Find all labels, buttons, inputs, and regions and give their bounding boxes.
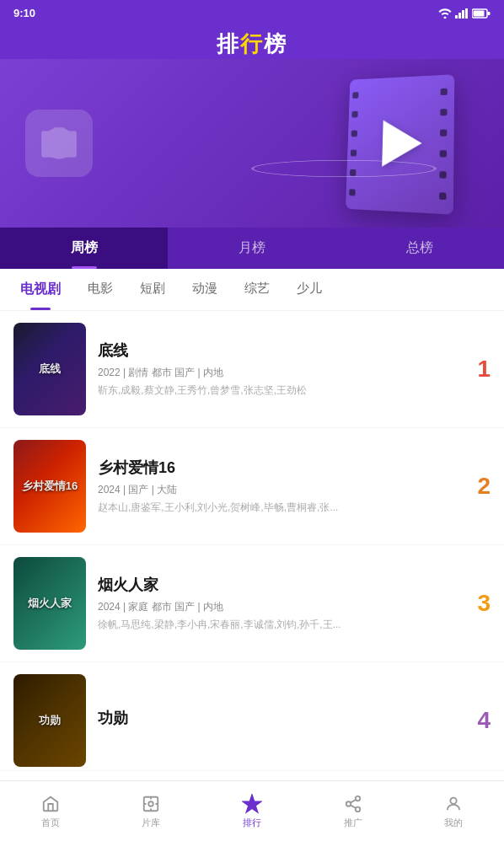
list-item[interactable]: 底线 底线 2022 | 剧情 都市 国产 | 内地 靳东,成毅,蔡文静,王秀竹… [0, 311, 504, 428]
svg-point-10 [346, 801, 351, 806]
svg-point-12 [451, 797, 457, 803]
poster-3-label: 烟火人家 [24, 592, 75, 614]
content-list: 底线 底线 2022 | 剧情 都市 国产 | 内地 靳东,成毅,蔡文静,王秀竹… [0, 311, 504, 838]
item-2-title: 乡村爱情16 [98, 458, 455, 478]
item-3-cast: 徐帆,马思纯,梁静,李小冉,宋春丽,李诚儒,刘钧,孙千,王... [98, 618, 455, 632]
svg-rect-0 [455, 15, 458, 19]
header: 排行榜 [0, 23, 504, 59]
item-2-rank: 2 [467, 473, 491, 500]
poster-4-label: 功勋 [35, 710, 64, 731]
item-3-info: 烟火人家 2024 | 家庭 都市 国产 | 内地 徐帆,马思纯,梁静,李小冉,… [98, 575, 455, 632]
tab-weekly[interactable]: 周榜 [0, 228, 168, 269]
item-1-info: 底线 2022 | 剧情 都市 国产 | 内地 靳东,成毅,蔡文静,王秀竹,曾梦… [98, 340, 455, 398]
camera-svg [38, 122, 80, 164]
item-1-meta: 2022 | 剧情 都市 国产 | 内地 [98, 366, 455, 380]
poster-2: 乡村爱情16 [13, 440, 86, 533]
page-title: 排行榜 [0, 29, 504, 59]
list-item[interactable]: 乡村爱情16 乡村爱情16 2024 | 国产 | 大陆 赵本山,唐鉴军,王小利… [0, 428, 504, 545]
poster-3: 烟火人家 [13, 557, 86, 650]
nav-promote[interactable]: 推广 [303, 787, 404, 836]
status-time: 9:10 [13, 7, 35, 19]
svg-point-11 [355, 806, 360, 812]
poster-1-label: 底线 [35, 358, 64, 380]
category-tabs: 电视剧 电影 短剧 动漫 综艺 少儿 [0, 269, 504, 311]
orbit-ring [251, 160, 437, 178]
list-item[interactable]: 功勋 功勋 4 [0, 662, 504, 771]
svg-rect-1 [458, 13, 461, 19]
bottom-nav: 首页 片库 排行 推广 [0, 780, 504, 841]
poster-2-label: 乡村爱情16 [19, 475, 81, 497]
svg-rect-5 [474, 10, 485, 16]
list-item[interactable]: 烟火人家 烟火人家 2024 | 家庭 都市 国产 | 内地 徐帆,马思纯,梁静… [0, 545, 504, 662]
item-2-cast: 赵本山,唐鉴军,王小利,刘小光,贺树峰,毕畅,曹桐睿,张... [98, 501, 455, 515]
nav-mine[interactable]: 我的 [403, 787, 504, 836]
category-kids[interactable]: 少儿 [283, 269, 335, 310]
nav-promote-label: 推广 [344, 817, 362, 829]
category-tv[interactable]: 电视剧 [7, 269, 74, 310]
svg-rect-3 [465, 8, 468, 19]
nav-home-label: 首页 [41, 817, 60, 829]
promote-icon [343, 794, 363, 814]
nav-library-label: 片库 [142, 817, 160, 829]
signal-icon [455, 8, 469, 19]
home-icon [40, 794, 61, 814]
battery-icon [472, 8, 491, 19]
svg-point-8 [149, 801, 154, 806]
tab-total[interactable]: 总榜 [336, 228, 504, 269]
tab-monthly[interactable]: 月榜 [168, 228, 335, 269]
nav-ranking-label: 排行 [243, 817, 261, 829]
hero-camera-icon [25, 110, 93, 177]
svg-rect-2 [462, 10, 464, 19]
item-3-meta: 2024 | 家庭 都市 国产 | 内地 [98, 600, 455, 614]
nav-ranking[interactable]: 排行 [201, 787, 303, 836]
nav-library[interactable]: 片库 [101, 787, 202, 836]
item-2-meta: 2024 | 国产 | 大陆 [98, 483, 455, 497]
poster-4: 功勋 [13, 674, 86, 767]
wifi-icon [438, 8, 452, 19]
hero-film-strip [344, 76, 453, 211]
status-icons [438, 8, 491, 19]
category-short[interactable]: 短剧 [126, 269, 179, 310]
film-holes-left [349, 79, 362, 210]
nav-mine-label: 我的 [444, 817, 463, 829]
ranking-tabs: 周榜 月榜 总榜 [0, 228, 504, 269]
item-4-title: 功勋 [98, 708, 455, 728]
svg-point-9 [355, 795, 360, 801]
item-4-rank: 4 [467, 707, 491, 734]
item-1-cast: 靳东,成毅,蔡文静,王秀竹,曾梦雪,张志坚,王劲松 [98, 383, 455, 398]
library-icon [141, 794, 161, 814]
mine-icon [443, 794, 464, 814]
item-1-rank: 1 [467, 356, 491, 383]
item-3-rank: 3 [467, 590, 491, 617]
svg-rect-6 [488, 12, 491, 15]
ranking-icon [242, 794, 262, 814]
poster-1: 底线 [13, 323, 86, 415]
item-4-info: 功勋 [98, 708, 455, 733]
item-2-info: 乡村爱情16 2024 | 国产 | 大陆 赵本山,唐鉴军,王小利,刘小光,贺树… [98, 458, 455, 515]
category-movie[interactable]: 电影 [74, 269, 126, 310]
hero-banner [0, 59, 504, 228]
status-bar: 9:10 [0, 0, 504, 23]
category-anime[interactable]: 动漫 [179, 269, 231, 310]
category-variety[interactable]: 综艺 [231, 269, 283, 310]
nav-home[interactable]: 首页 [0, 787, 101, 836]
item-1-title: 底线 [98, 340, 455, 361]
item-3-title: 烟火人家 [98, 575, 455, 595]
film-holes-right [439, 74, 451, 214]
